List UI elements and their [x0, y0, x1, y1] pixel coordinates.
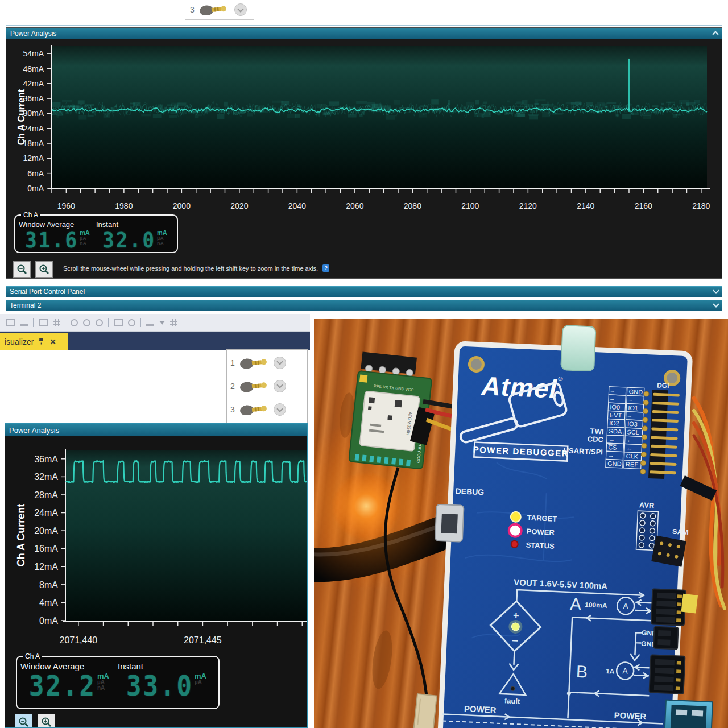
- noise-block: [130, 103, 136, 105]
- y-axis-title: Ch A Current: [15, 504, 27, 567]
- toolbar-minimize-icon[interactable]: [20, 324, 28, 326]
- y-tick-label: 36mA: [23, 94, 44, 103]
- toolbar-dropdown-icon[interactable]: [159, 321, 165, 325]
- noise-block: [535, 99, 546, 101]
- channel-a-legend: Ch A: [23, 652, 42, 660]
- solder-pad: [642, 443, 647, 448]
- noise-block: [52, 102, 60, 107]
- y-tick-label: 30mA: [23, 109, 44, 118]
- noise-block: [483, 102, 487, 104]
- zoom-out-icon: [18, 717, 30, 728]
- terminal2-header[interactable]: Terminal 2: [6, 300, 722, 311]
- status-leds: TARGET POWER STATUS: [508, 511, 557, 551]
- noise-block: [153, 114, 162, 118]
- toolbar-separator: [33, 318, 34, 327]
- connector-row[interactable]: 3: [230, 403, 304, 416]
- x-tick-label: 2080: [404, 201, 421, 210]
- gps-component: [359, 374, 367, 382]
- noise-block: [169, 115, 177, 118]
- noise-block: [217, 114, 224, 119]
- help-badge[interactable]: ?: [322, 264, 329, 272]
- zoom-in-button[interactable]: [38, 714, 55, 728]
- zoom-in-button[interactable]: [35, 261, 53, 278]
- pin-label: IO3: [627, 420, 638, 428]
- power-analysis-header[interactable]: Power Analysis: [5, 424, 307, 436]
- toolbar-window-icon[interactable]: [6, 318, 15, 326]
- toolbar-filter-icon[interactable]: [146, 324, 154, 326]
- toolbar-expand-icon[interactable]: [170, 319, 177, 326]
- collapse-down-icon[interactable]: [713, 287, 719, 293]
- pin-label: IO0: [610, 403, 620, 411]
- toolbar-record-icon[interactable]: [71, 319, 78, 326]
- ammeter-symbol: A: [623, 601, 629, 610]
- y-tick-label: 36mA: [34, 454, 58, 464]
- toolbar-max-icon[interactable]: [114, 318, 123, 326]
- noise-block: [348, 114, 356, 118]
- header-socket: [650, 528, 655, 533]
- y-tick-label: 28mA: [34, 490, 58, 500]
- x-tick-label: 1980: [115, 201, 133, 210]
- noise-block: [431, 99, 439, 104]
- audio-jack-icon: [239, 357, 270, 369]
- pin-icon[interactable]: [38, 338, 45, 345]
- connector-row[interactable]: 2: [230, 380, 304, 392]
- sam-label: SAM: [672, 527, 689, 536]
- noise-block: [356, 101, 367, 104]
- header-socket: [639, 543, 644, 548]
- channel-a-letter: A: [570, 594, 582, 614]
- usart-spi-label: USART/SPI: [563, 446, 603, 456]
- header-socket: [650, 536, 655, 541]
- y-tick-label: 48mA: [23, 64, 44, 73]
- noise-block: [329, 101, 339, 105]
- connector-dropdown-button[interactable]: [274, 403, 286, 416]
- x-tick-label: 2160: [635, 201, 652, 210]
- pin-label: →: [607, 452, 614, 458]
- header-socket: [639, 535, 644, 540]
- close-icon[interactable]: ✕: [49, 337, 56, 346]
- channel-b-terminal: [650, 655, 685, 694]
- noise-block: [272, 101, 284, 103]
- collapse-up-icon[interactable]: [712, 31, 718, 37]
- y-tick-label: 0mA: [27, 184, 44, 193]
- unit-na: nA: [97, 685, 109, 691]
- tab-data-visualizer[interactable]: isualizer ✕: [0, 333, 68, 350]
- x-tick-label: 1960: [57, 201, 75, 210]
- toolbar-record-icon[interactable]: [96, 319, 103, 326]
- connector-dropdown-button[interactable]: [274, 357, 286, 369]
- noise-block: [287, 114, 296, 118]
- noise-block: [522, 100, 528, 105]
- toolbar-save-icon[interactable]: [39, 318, 48, 326]
- current-chart-top[interactable]: Ch A Current 0mA6mA12mA18mA24mA30mA36mA4…: [7, 40, 721, 218]
- connector-row[interactable]: 1: [230, 357, 304, 369]
- y-tick-label: 24mA: [23, 124, 44, 133]
- registered-mark: ®: [558, 375, 563, 382]
- toolbar-grid-icon[interactable]: [53, 319, 60, 326]
- noise-block: [247, 113, 253, 117]
- debug-label: DEBUG: [455, 486, 484, 497]
- connector-dropdown-button[interactable]: [234, 3, 247, 16]
- serial-port-control-panel-header[interactable]: Serial Port Control Panel: [6, 286, 722, 297]
- header-pin: [653, 420, 677, 421]
- toolbar-record-icon[interactable]: [83, 319, 90, 326]
- y-tick-label: 4mA: [39, 598, 58, 607]
- connector-dropdown-button[interactable]: [274, 380, 286, 392]
- noise-block: [679, 100, 689, 104]
- header-pin: [651, 464, 675, 465]
- power-debugger-photo: PPS RX TX GND VCC ATGM336H GOOUUU-GPS-BD: [314, 318, 728, 728]
- current-chart-bottom[interactable]: Ch A Current 0mA4mA8mA12mA16mA20mA24mA28…: [6, 437, 307, 651]
- audio-jack-icon: [199, 4, 230, 15]
- power-analysis-header[interactable]: Power Analysis: [6, 28, 722, 39]
- status-led-label: STATUS: [526, 541, 555, 551]
- toolbar-loop-icon[interactable]: [128, 319, 135, 326]
- x-tick-label: 2020: [230, 201, 248, 210]
- zoom-out-button[interactable]: [15, 714, 32, 728]
- y-tick-label: 24mA: [34, 508, 58, 518]
- solder-pad: [642, 435, 647, 440]
- overline: [609, 445, 617, 445]
- collapse-down-icon[interactable]: [713, 301, 719, 307]
- noise-block: [394, 100, 400, 105]
- mounting-hole: [469, 357, 483, 371]
- zoom-out-button[interactable]: [13, 261, 31, 278]
- zoom-hint: Scroll the mouse-wheel while pressing an…: [63, 264, 329, 272]
- zoom-out-icon: [16, 264, 28, 275]
